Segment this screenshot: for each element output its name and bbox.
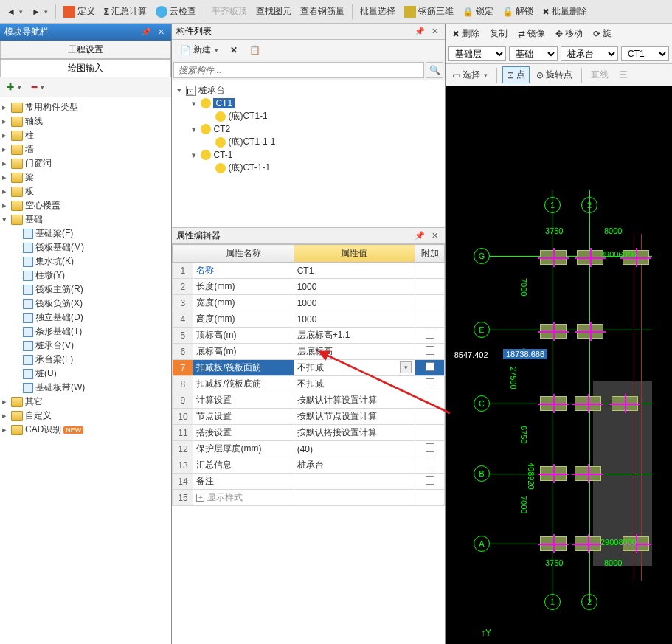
tree-item[interactable]: ▸柱 <box>0 128 171 142</box>
prop-row[interactable]: 4 高度(mm) 1000 <box>173 311 445 328</box>
pile-cap[interactable] <box>540 324 567 339</box>
tree-leaf[interactable]: 基础梁(F) <box>12 226 171 240</box>
vp-move-button[interactable]: ✥移动 <box>552 26 586 41</box>
tree-leaf[interactable]: 筏板负筋(X) <box>12 297 171 311</box>
vp-copy-button[interactable]: 复制 <box>486 26 511 41</box>
sum-button[interactable]: Σ 汇总计算 <box>100 4 150 19</box>
tree-leaf[interactable]: 柱墩(Y) <box>12 269 171 283</box>
pile-cap[interactable] <box>540 250 567 265</box>
cloud-check-button[interactable]: 云检查 <box>152 4 200 19</box>
copy-component-button[interactable]: 📋 <box>246 44 264 57</box>
pile-cap[interactable] <box>577 324 603 339</box>
search-button[interactable]: 🔍 <box>426 62 443 78</box>
undo-button[interactable]: ◄▾ <box>3 5 27 18</box>
component-tree[interactable]: ▾⊡桩承台▾CT1(底)CT1-1▾CT2(底)CT1-1-1▾CT-1(底)C… <box>172 80 445 228</box>
pile-cap[interactable] <box>540 396 567 411</box>
subcategory-select[interactable]: 桩承台 <box>561 46 618 61</box>
find-button[interactable]: 查找图元 <box>252 4 295 19</box>
ct-node[interactable]: ▾CT2 <box>190 123 442 135</box>
prop-pin-close[interactable]: 📌 ✕ <box>415 231 440 240</box>
tree-item[interactable]: ▸空心楼盖 <box>0 198 171 212</box>
ct-leaf[interactable]: (底)CT-1-1 <box>204 161 442 175</box>
tree-item[interactable]: ▸墙 <box>0 142 171 156</box>
pile-cap[interactable] <box>575 536 601 551</box>
tree-item[interactable]: ▸CAD识别NEW <box>0 423 171 437</box>
tree-leaf[interactable]: 桩承台(V) <box>12 339 171 353</box>
tree-item[interactable]: ▸门窗洞 <box>0 156 171 170</box>
rebar-qty-button[interactable]: 查看钢筋量 <box>297 4 348 19</box>
ct-leaf[interactable]: (底)CT1-1-1 <box>204 135 442 149</box>
prop-row[interactable]: 7 扣减板/筏板面筋 不扣减▾ <box>173 360 445 376</box>
tree-item[interactable]: ▸板 <box>0 184 171 198</box>
prop-row[interactable]: 8 扣减板/筏板底筋 不扣减 <box>173 376 445 392</box>
prop-row[interactable]: 13 汇总信息 桩承台 <box>173 457 445 474</box>
tree-item[interactable]: ▸自定义 <box>0 409 171 423</box>
tree-leaf[interactable]: 集水坑(K) <box>12 255 171 269</box>
pile-cap[interactable] <box>540 536 567 551</box>
tab-project-settings[interactable]: 工程设置 <box>0 41 171 59</box>
drawing-viewport[interactable]: GECBA11223750800037508000390060002900800… <box>446 86 672 644</box>
prop-row[interactable]: 5 顶标高(m) 层底标高+1.1 <box>173 328 445 344</box>
prop-row[interactable]: 10 节点设置 按默认节点设置计算 <box>173 409 445 425</box>
pile-cap[interactable] <box>577 250 603 265</box>
define-button[interactable]: 定义 <box>60 4 99 19</box>
unlock-button[interactable]: 🔓解锁 <box>499 4 537 19</box>
tree-item[interactable]: ▸常用构件类型 <box>0 100 171 114</box>
list-pin-close[interactable]: 📌 ✕ <box>415 27 440 36</box>
tab-draw-input[interactable]: 绘图输入 <box>0 59 171 77</box>
batch-select-button[interactable]: 批量选择 <box>356 4 399 19</box>
ct-leaf[interactable]: (底)CT1-1 <box>204 109 442 123</box>
prop-row[interactable]: 9 计算设置 按默认计算设置计算 <box>173 392 445 409</box>
ct-node[interactable]: ▾CT1 <box>190 97 442 109</box>
lock-button[interactable]: 🔒锁定 <box>459 4 497 19</box>
prop-row[interactable]: 6 底标高(m) 层底标高 <box>173 344 445 360</box>
tree-item[interactable]: ▸轴线 <box>0 114 171 128</box>
tree-leaf[interactable]: 条形基础(T) <box>12 325 171 339</box>
tree-leaf[interactable]: 基础板带(W) <box>12 381 171 395</box>
pile-cap[interactable] <box>575 396 601 411</box>
expand-button[interactable]: ✚▾ <box>3 80 25 94</box>
tree-item[interactable]: ▸梁 <box>0 170 171 184</box>
panel-pin-close[interactable]: 📌 ✕ <box>141 27 167 37</box>
property-table[interactable]: 属性名称属性值附加 1 名称 CT1 2 长度(mm) 1000 3 宽度(mm… <box>172 244 445 644</box>
vp-line-button[interactable]: 直线 <box>587 67 612 83</box>
tree-item[interactable]: ▸其它 <box>0 395 171 409</box>
prop-row[interactable]: 12 保护层厚度(mm) (40) <box>173 441 445 457</box>
search-input[interactable] <box>173 62 424 78</box>
prop-row[interactable]: 3 宽度(mm) 1000 <box>173 295 445 311</box>
pile-cap[interactable] <box>612 396 638 411</box>
prop-row[interactable]: 2 长度(mm) 1000 <box>173 279 445 295</box>
vp-delete-button[interactable]: ✖删除 <box>448 26 483 41</box>
tree-leaf[interactable]: 桩(U) <box>12 367 171 381</box>
vp-rotpoint-button[interactable]: ⊙旋转点 <box>533 67 576 83</box>
category-select[interactable]: 基础 <box>509 46 558 61</box>
tree-leaf[interactable]: 独立基础(D) <box>12 311 171 325</box>
tree-leaf[interactable]: 筏板基础(M) <box>12 240 171 255</box>
ct-root[interactable]: ▾⊡桩承台 <box>175 83 442 97</box>
prop-row[interactable]: 15 +显示样式 <box>173 490 445 506</box>
align-button[interactable]: 平齐板顶 <box>208 4 251 19</box>
vp-mirror-button[interactable]: ⇄镜像 <box>514 26 549 41</box>
tree-leaf[interactable]: 承台梁(F) <box>12 353 171 367</box>
collapse-button[interactable]: ━▾ <box>28 80 48 94</box>
prop-row[interactable]: 11 搭接设置 按默认搭接设置计算 <box>173 425 445 441</box>
vp-tri-button[interactable]: 三 <box>615 67 631 83</box>
tree-leaf[interactable]: 筏板主筋(R) <box>12 283 171 297</box>
nav-tree[interactable]: ▸常用构件类型▸轴线▸柱▸墙▸门窗洞▸梁▸板▸空心楼盖▾基础基础梁(F)筏板基础… <box>0 97 171 644</box>
vp-select-button[interactable]: ▭选择▾ <box>448 67 491 83</box>
layer-select[interactable]: 基础层 <box>448 46 506 61</box>
tree-item[interactable]: ▾基础 <box>0 212 171 226</box>
ct-node[interactable]: ▾CT-1 <box>190 149 442 161</box>
vp-rotate-button[interactable]: ⟳旋 <box>589 26 615 41</box>
item-select[interactable]: CT1 <box>621 46 669 61</box>
batch-delete-button[interactable]: ✖批量删除 <box>538 4 591 19</box>
new-component-button[interactable]: 📄新建▾ <box>176 42 222 58</box>
redo-button[interactable]: ►▾ <box>28 5 52 18</box>
delete-component-button[interactable]: ✕ <box>226 44 241 57</box>
vp-point-button[interactable]: ⊡点 <box>502 66 530 83</box>
pile-cap[interactable] <box>575 466 601 481</box>
rebar-3d-button[interactable]: 钢筋三维 <box>401 4 457 19</box>
pile-cap[interactable] <box>540 466 567 481</box>
prop-row[interactable]: 14 备注 <box>173 474 445 490</box>
prop-row[interactable]: 1 名称 CT1 <box>173 263 445 279</box>
